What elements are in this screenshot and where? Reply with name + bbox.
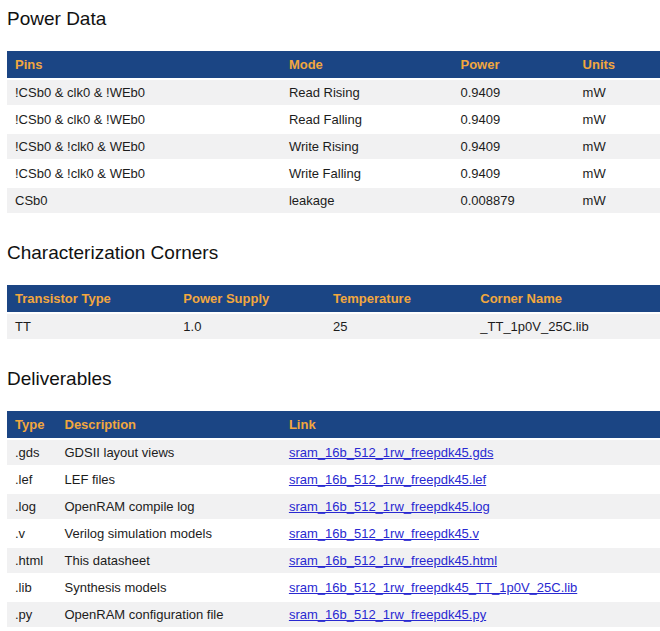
section-title-characterization-corners: Characterization Corners (7, 242, 660, 264)
column-header-link: Link (281, 411, 660, 439)
deliverable-link-v[interactable]: sram_16b_512_1rw_freepdk45.v (289, 526, 479, 541)
cell-units: mW (575, 133, 660, 160)
column-header-pins: Pins (7, 51, 281, 79)
table-row: .v Verilog simulation models sram_16b_51… (7, 520, 660, 547)
column-header-temperature: Temperature (325, 285, 472, 313)
table-row: TT 1.0 25 _TT_1p0V_25C.lib (7, 313, 660, 340)
cell-description: Verilog simulation models (57, 520, 281, 547)
cell-description: This datasheet (57, 547, 281, 574)
cell-link: sram_16b_512_1rw_freepdk45.py (281, 601, 660, 628)
cell-link: sram_16b_512_1rw_freepdk45.gds (281, 439, 660, 466)
cell-pins: !CSb0 & clk0 & !WEb0 (7, 106, 281, 133)
deliverable-link-log[interactable]: sram_16b_512_1rw_freepdk45.log (289, 499, 490, 514)
cell-description: Synthesis models (57, 574, 281, 601)
table-row: !CSb0 & !clk0 & WEb0 Write Rising 0.9409… (7, 133, 660, 160)
table-header-row: Type Description Link (7, 411, 660, 439)
deliverable-link-lib[interactable]: sram_16b_512_1rw_freepdk45_TT_1p0V_25C.l… (289, 580, 577, 595)
section-title-power-data: Power Data (7, 8, 660, 30)
cell-mode: Write Falling (281, 160, 453, 187)
deliverables-table: Type Description Link .gds GDSII layout … (7, 411, 660, 631)
deliverable-link-html[interactable]: sram_16b_512_1rw_freepdk45.html (289, 553, 497, 568)
cell-units: mW (575, 160, 660, 187)
column-header-description: Description (57, 411, 281, 439)
cell-link: sram_16b_512_1rw_freepdk45.log (281, 493, 660, 520)
characterization-corners-section: Characterization Corners Transistor Type… (7, 242, 660, 341)
cell-power: 0.9409 (452, 106, 574, 133)
table-row: .lef LEF files sram_16b_512_1rw_freepdk4… (7, 466, 660, 493)
cell-units: mW (575, 187, 660, 214)
cell-power: 0.9409 (452, 79, 574, 106)
cell-transistor-type: TT (7, 313, 175, 340)
cell-link: sram_16b_512_1rw_freepdk45_TT_1p0V_25C.l… (281, 574, 660, 601)
cell-description: OpenRAM configuration file (57, 601, 281, 628)
cell-type: .lef (7, 466, 57, 493)
cell-type: .lib (7, 574, 57, 601)
deliverables-section: Deliverables Type Description Link .gds … (7, 368, 660, 631)
cell-pins: !CSb0 & !clk0 & WEb0 (7, 160, 281, 187)
cell-power: 0.008879 (452, 187, 574, 214)
deliverable-link-lef[interactable]: sram_16b_512_1rw_freepdk45.lef (289, 472, 486, 487)
table-row: .lib Synthesis models sram_16b_512_1rw_f… (7, 574, 660, 601)
cell-pins: CSb0 (7, 187, 281, 214)
cell-pins: !CSb0 & !clk0 & WEb0 (7, 133, 281, 160)
cell-pins: !CSb0 & clk0 & !WEb0 (7, 79, 281, 106)
table-row: .log OpenRAM compile log sram_16b_512_1r… (7, 493, 660, 520)
cell-power-supply: 1.0 (175, 313, 325, 340)
cell-link: sram_16b_512_1rw_freepdk45.html (281, 547, 660, 574)
cell-power: 0.9409 (452, 133, 574, 160)
cell-link: sram_16b_512_1rw_freepdk45.v (281, 520, 660, 547)
deliverable-link-py[interactable]: sram_16b_512_1rw_freepdk45.py (289, 607, 486, 622)
cell-description: GDSII layout views (57, 439, 281, 466)
cell-mode: Read Rising (281, 79, 453, 106)
power-data-table: Pins Mode Power Units !CSb0 & clk0 & !WE… (7, 51, 660, 215)
power-data-section: Power Data Pins Mode Power Units !CSb0 &… (7, 8, 660, 215)
cell-link: sram_16b_512_1rw_freepdk45.lef (281, 466, 660, 493)
table-row: .html This datasheet sram_16b_512_1rw_fr… (7, 547, 660, 574)
column-header-power: Power (452, 51, 574, 79)
table-row: !CSb0 & clk0 & !WEb0 Read Rising 0.9409 … (7, 79, 660, 106)
table-row: !CSb0 & !clk0 & WEb0 Write Falling 0.940… (7, 160, 660, 187)
table-row: !CSb0 & clk0 & !WEb0 Read Falling 0.9409… (7, 106, 660, 133)
cell-power: 0.9409 (452, 160, 574, 187)
cell-type: .py (7, 601, 57, 628)
cell-type: .gds (7, 439, 57, 466)
table-row: CSb0 leakage 0.008879 mW (7, 187, 660, 214)
cell-mode: leakage (281, 187, 453, 214)
table-header-row: Transistor Type Power Supply Temperature… (7, 285, 660, 313)
cell-mode: Read Falling (281, 106, 453, 133)
table-row: .py OpenRAM configuration file sram_16b_… (7, 601, 660, 628)
cell-description: OpenRAM compile log (57, 493, 281, 520)
column-header-mode: Mode (281, 51, 453, 79)
cell-type: .log (7, 493, 57, 520)
column-header-corner-name: Corner Name (472, 285, 660, 313)
deliverable-link-gds[interactable]: sram_16b_512_1rw_freepdk45.gds (289, 445, 494, 460)
cell-corner-name: _TT_1p0V_25C.lib (472, 313, 660, 340)
section-title-deliverables: Deliverables (7, 368, 660, 390)
characterization-corners-table: Transistor Type Power Supply Temperature… (7, 285, 660, 341)
cell-units: mW (575, 79, 660, 106)
column-header-type: Type (7, 411, 57, 439)
cell-type: .html (7, 547, 57, 574)
cell-description: LEF files (57, 466, 281, 493)
column-header-units: Units (575, 51, 660, 79)
cell-temperature: 25 (325, 313, 472, 340)
column-header-transistor-type: Transistor Type (7, 285, 175, 313)
cell-units: mW (575, 106, 660, 133)
table-header-row: Pins Mode Power Units (7, 51, 660, 79)
table-row: .gds GDSII layout views sram_16b_512_1rw… (7, 439, 660, 466)
cell-mode: Write Rising (281, 133, 453, 160)
cell-type: .v (7, 520, 57, 547)
column-header-power-supply: Power Supply (175, 285, 325, 313)
